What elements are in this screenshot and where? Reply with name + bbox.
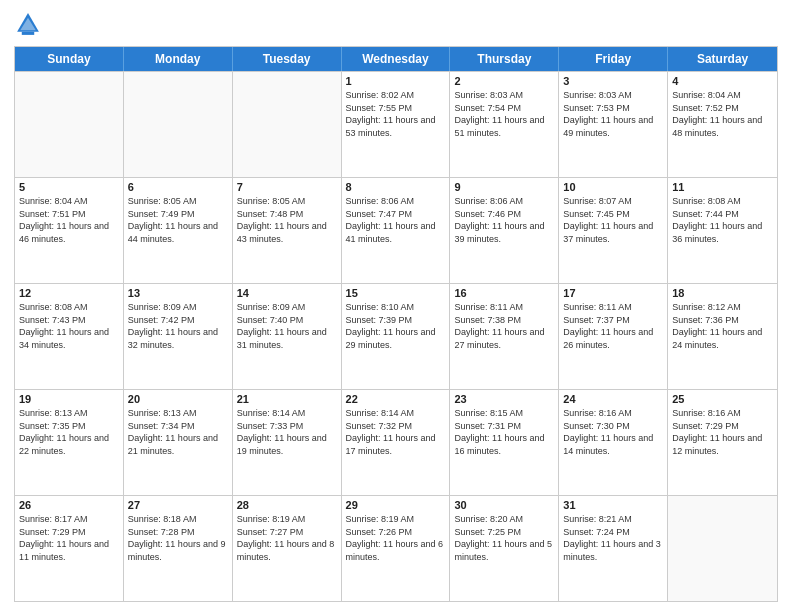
day-info: Sunrise: 8:21 AM Sunset: 7:24 PM Dayligh… [563,513,663,563]
day-info: Sunrise: 8:11 AM Sunset: 7:37 PM Dayligh… [563,301,663,351]
day-info: Sunrise: 8:19 AM Sunset: 7:26 PM Dayligh… [346,513,446,563]
day-cell-22: 22Sunrise: 8:14 AM Sunset: 7:32 PM Dayli… [342,390,451,495]
day-cell-10: 10Sunrise: 8:07 AM Sunset: 7:45 PM Dayli… [559,178,668,283]
day-number: 20 [128,393,228,405]
day-number: 16 [454,287,554,299]
day-cell-3: 3Sunrise: 8:03 AM Sunset: 7:53 PM Daylig… [559,72,668,177]
day-cell-29: 29Sunrise: 8:19 AM Sunset: 7:26 PM Dayli… [342,496,451,601]
day-info: Sunrise: 8:12 AM Sunset: 7:36 PM Dayligh… [672,301,773,351]
day-number: 13 [128,287,228,299]
day-number: 25 [672,393,773,405]
day-cell-8: 8Sunrise: 8:06 AM Sunset: 7:47 PM Daylig… [342,178,451,283]
day-info: Sunrise: 8:04 AM Sunset: 7:52 PM Dayligh… [672,89,773,139]
day-cell-17: 17Sunrise: 8:11 AM Sunset: 7:37 PM Dayli… [559,284,668,389]
day-of-week-monday: Monday [124,47,233,71]
day-cell-20: 20Sunrise: 8:13 AM Sunset: 7:34 PM Dayli… [124,390,233,495]
day-info: Sunrise: 8:16 AM Sunset: 7:30 PM Dayligh… [563,407,663,457]
day-cell-2: 2Sunrise: 8:03 AM Sunset: 7:54 PM Daylig… [450,72,559,177]
day-cell-14: 14Sunrise: 8:09 AM Sunset: 7:40 PM Dayli… [233,284,342,389]
day-info: Sunrise: 8:06 AM Sunset: 7:47 PM Dayligh… [346,195,446,245]
day-info: Sunrise: 8:16 AM Sunset: 7:29 PM Dayligh… [672,407,773,457]
day-of-week-saturday: Saturday [668,47,777,71]
calendar: SundayMondayTuesdayWednesdayThursdayFrid… [14,46,778,602]
day-number: 2 [454,75,554,87]
day-info: Sunrise: 8:20 AM Sunset: 7:25 PM Dayligh… [454,513,554,563]
day-cell-21: 21Sunrise: 8:14 AM Sunset: 7:33 PM Dayli… [233,390,342,495]
calendar-header: SundayMondayTuesdayWednesdayThursdayFrid… [15,47,777,71]
day-number: 17 [563,287,663,299]
day-number: 19 [19,393,119,405]
day-of-week-thursday: Thursday [450,47,559,71]
empty-cell-0-0 [15,72,124,177]
day-info: Sunrise: 8:17 AM Sunset: 7:29 PM Dayligh… [19,513,119,563]
day-cell-25: 25Sunrise: 8:16 AM Sunset: 7:29 PM Dayli… [668,390,777,495]
day-number: 9 [454,181,554,193]
day-number: 10 [563,181,663,193]
day-info: Sunrise: 8:09 AM Sunset: 7:40 PM Dayligh… [237,301,337,351]
day-info: Sunrise: 8:14 AM Sunset: 7:32 PM Dayligh… [346,407,446,457]
day-number: 8 [346,181,446,193]
day-info: Sunrise: 8:08 AM Sunset: 7:43 PM Dayligh… [19,301,119,351]
day-info: Sunrise: 8:03 AM Sunset: 7:54 PM Dayligh… [454,89,554,139]
day-number: 11 [672,181,773,193]
day-info: Sunrise: 8:10 AM Sunset: 7:39 PM Dayligh… [346,301,446,351]
day-number: 5 [19,181,119,193]
week-row-5: 26Sunrise: 8:17 AM Sunset: 7:29 PM Dayli… [15,495,777,601]
week-row-1: 1Sunrise: 8:02 AM Sunset: 7:55 PM Daylig… [15,71,777,177]
day-number: 31 [563,499,663,511]
day-number: 1 [346,75,446,87]
week-row-2: 5Sunrise: 8:04 AM Sunset: 7:51 PM Daylig… [15,177,777,283]
day-number: 24 [563,393,663,405]
day-number: 12 [19,287,119,299]
day-info: Sunrise: 8:08 AM Sunset: 7:44 PM Dayligh… [672,195,773,245]
day-info: Sunrise: 8:19 AM Sunset: 7:27 PM Dayligh… [237,513,337,563]
day-cell-30: 30Sunrise: 8:20 AM Sunset: 7:25 PM Dayli… [450,496,559,601]
day-info: Sunrise: 8:15 AM Sunset: 7:31 PM Dayligh… [454,407,554,457]
day-info: Sunrise: 8:13 AM Sunset: 7:35 PM Dayligh… [19,407,119,457]
svg-rect-2 [22,32,34,35]
day-cell-24: 24Sunrise: 8:16 AM Sunset: 7:30 PM Dayli… [559,390,668,495]
day-of-week-wednesday: Wednesday [342,47,451,71]
day-cell-18: 18Sunrise: 8:12 AM Sunset: 7:36 PM Dayli… [668,284,777,389]
day-number: 6 [128,181,228,193]
week-row-4: 19Sunrise: 8:13 AM Sunset: 7:35 PM Dayli… [15,389,777,495]
page-container: SundayMondayTuesdayWednesdayThursdayFrid… [0,0,792,612]
day-number: 27 [128,499,228,511]
day-number: 28 [237,499,337,511]
day-cell-12: 12Sunrise: 8:08 AM Sunset: 7:43 PM Dayli… [15,284,124,389]
day-cell-1: 1Sunrise: 8:02 AM Sunset: 7:55 PM Daylig… [342,72,451,177]
day-number: 14 [237,287,337,299]
day-cell-26: 26Sunrise: 8:17 AM Sunset: 7:29 PM Dayli… [15,496,124,601]
day-info: Sunrise: 8:14 AM Sunset: 7:33 PM Dayligh… [237,407,337,457]
day-cell-19: 19Sunrise: 8:13 AM Sunset: 7:35 PM Dayli… [15,390,124,495]
day-info: Sunrise: 8:05 AM Sunset: 7:48 PM Dayligh… [237,195,337,245]
day-info: Sunrise: 8:09 AM Sunset: 7:42 PM Dayligh… [128,301,228,351]
empty-cell-0-2 [233,72,342,177]
day-cell-16: 16Sunrise: 8:11 AM Sunset: 7:38 PM Dayli… [450,284,559,389]
day-cell-31: 31Sunrise: 8:21 AM Sunset: 7:24 PM Dayli… [559,496,668,601]
day-cell-5: 5Sunrise: 8:04 AM Sunset: 7:51 PM Daylig… [15,178,124,283]
day-cell-4: 4Sunrise: 8:04 AM Sunset: 7:52 PM Daylig… [668,72,777,177]
day-cell-13: 13Sunrise: 8:09 AM Sunset: 7:42 PM Dayli… [124,284,233,389]
day-number: 7 [237,181,337,193]
day-number: 23 [454,393,554,405]
day-info: Sunrise: 8:04 AM Sunset: 7:51 PM Dayligh… [19,195,119,245]
day-info: Sunrise: 8:06 AM Sunset: 7:46 PM Dayligh… [454,195,554,245]
calendar-body: 1Sunrise: 8:02 AM Sunset: 7:55 PM Daylig… [15,71,777,601]
day-info: Sunrise: 8:18 AM Sunset: 7:28 PM Dayligh… [128,513,228,563]
day-cell-9: 9Sunrise: 8:06 AM Sunset: 7:46 PM Daylig… [450,178,559,283]
day-cell-23: 23Sunrise: 8:15 AM Sunset: 7:31 PM Dayli… [450,390,559,495]
empty-cell-4-6 [668,496,777,601]
day-info: Sunrise: 8:07 AM Sunset: 7:45 PM Dayligh… [563,195,663,245]
day-of-week-friday: Friday [559,47,668,71]
day-info: Sunrise: 8:03 AM Sunset: 7:53 PM Dayligh… [563,89,663,139]
day-cell-7: 7Sunrise: 8:05 AM Sunset: 7:48 PM Daylig… [233,178,342,283]
day-of-week-sunday: Sunday [15,47,124,71]
day-number: 22 [346,393,446,405]
day-number: 18 [672,287,773,299]
empty-cell-0-1 [124,72,233,177]
header [14,10,778,38]
day-cell-28: 28Sunrise: 8:19 AM Sunset: 7:27 PM Dayli… [233,496,342,601]
day-number: 26 [19,499,119,511]
day-info: Sunrise: 8:11 AM Sunset: 7:38 PM Dayligh… [454,301,554,351]
